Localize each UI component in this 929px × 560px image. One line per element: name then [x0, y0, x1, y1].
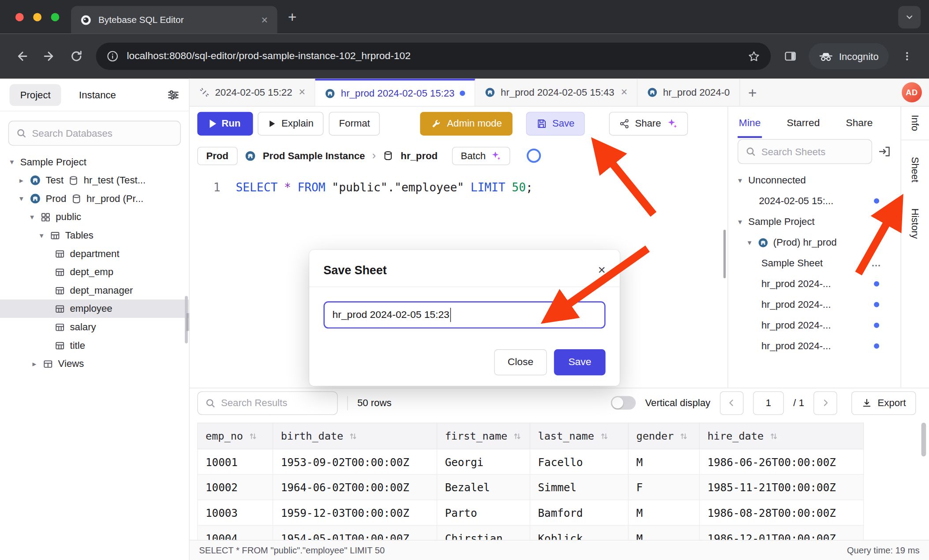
- cell[interactable]: Chirstian: [437, 525, 530, 540]
- sheet-search[interactable]: [738, 139, 872, 164]
- caret-down-icon[interactable]: ▾: [18, 194, 25, 203]
- sort-icon[interactable]: [600, 432, 608, 440]
- dialog-save-button[interactable]: Save: [554, 349, 606, 375]
- cell[interactable]: Georgi: [437, 449, 530, 474]
- caret-down-icon[interactable]: ▾: [736, 217, 743, 226]
- browser-tab[interactable]: Bytebase SQL Editor ×: [71, 6, 277, 34]
- minimize-window-button[interactable]: [33, 13, 41, 21]
- editor-tab-3[interactable]: hr_prod 2024-02-05 15:43 ×: [475, 79, 637, 106]
- results-search-input[interactable]: [221, 397, 330, 409]
- tab-starred[interactable]: Starred: [787, 117, 820, 129]
- tab-sheet[interactable]: Sheet: [910, 157, 921, 182]
- next-page-button[interactable]: [814, 391, 838, 415]
- address-bar[interactable]: localhost:8080/sql-editor/prod-sample-in…: [96, 43, 771, 70]
- caret-right-icon[interactable]: ▸: [18, 176, 25, 185]
- browser-menu-button[interactable]: [893, 43, 921, 70]
- sheet-item[interactable]: hr_prod 2024-...: [728, 273, 901, 294]
- close-tab-icon[interactable]: ×: [261, 13, 268, 26]
- column-header[interactable]: birth_date: [273, 423, 437, 449]
- sheet-item[interactable]: hr_prod 2024-...: [728, 315, 901, 336]
- batch-button[interactable]: Batch: [452, 146, 510, 165]
- sheet-item[interactable]: 2024-02-05 15:...: [728, 190, 901, 211]
- close-dialog-icon[interactable]: ×: [598, 262, 605, 278]
- tab-project[interactable]: Project: [9, 84, 61, 106]
- results-search[interactable]: [197, 391, 337, 415]
- cell[interactable]: M: [628, 449, 699, 474]
- column-header[interactable]: last_name: [530, 423, 628, 449]
- filter-settings-icon[interactable]: [167, 89, 180, 101]
- tree-item-table-department[interactable]: department: [0, 244, 189, 263]
- environment-chip[interactable]: Prod: [197, 146, 237, 165]
- sheet-name-input[interactable]: hr_prod 2024-02-05 15:23: [323, 301, 605, 329]
- cell[interactable]: 1959-12-03T00:00:00Z: [273, 500, 437, 526]
- cell[interactable]: 10002: [198, 474, 273, 500]
- close-tab-icon[interactable]: ×: [299, 86, 305, 99]
- sheet-group-project[interactable]: ▾ Sample Project: [728, 211, 901, 232]
- sheet-item[interactable]: hr_prod 2024-...: [728, 336, 901, 356]
- tab-instance[interactable]: Instance: [79, 89, 116, 101]
- new-sheet-tab-button[interactable]: +: [740, 79, 765, 106]
- more-actions-icon[interactable]: …: [871, 258, 882, 269]
- caret-down-icon[interactable]: ▾: [8, 157, 15, 166]
- new-tab-button[interactable]: +: [277, 0, 307, 34]
- panel-resize-grip[interactable]: [187, 313, 190, 331]
- database-name[interactable]: hr_prod: [401, 150, 438, 161]
- share-button[interactable]: Share: [609, 112, 688, 135]
- sheet-group-unconnected[interactable]: ▾ Unconnected: [728, 170, 901, 190]
- table-row[interactable]: 100011953-09-02T00:00:00ZGeorgiFacelloM1…: [198, 449, 864, 474]
- import-sheet-icon[interactable]: [878, 145, 891, 158]
- column-header[interactable]: gender: [628, 423, 699, 449]
- sheet-item[interactable]: hr_prod 2024-...: [728, 294, 901, 315]
- vertical-display-toggle[interactable]: [611, 396, 636, 410]
- side-panel-button[interactable]: [777, 43, 804, 70]
- sheet-group-database[interactable]: ▾ (Prod) hr_prod: [728, 232, 901, 253]
- instance-name[interactable]: Prod Sample Instance: [263, 150, 365, 161]
- cell[interactable]: 1986-06-26T00:00:00Z: [700, 449, 864, 474]
- explain-button[interactable]: Explain: [258, 112, 323, 135]
- cell[interactable]: M: [628, 525, 699, 540]
- cell[interactable]: 1986-12-01T00:00:00Z: [700, 525, 864, 540]
- sort-icon[interactable]: [680, 432, 688, 440]
- table-row[interactable]: 100031959-12-03T00:00:00ZPartoBamfordM19…: [198, 500, 864, 526]
- tree-item-test-instance[interactable]: ▸ Test hr_test (Test...: [0, 171, 189, 190]
- bookmark-star-icon[interactable]: [748, 50, 760, 62]
- close-tab-icon[interactable]: ×: [621, 86, 627, 99]
- tree-item-sample-project[interactable]: ▾ Sample Project: [0, 153, 189, 171]
- cell[interactable]: Koblick: [530, 525, 628, 540]
- cell[interactable]: Facello: [530, 449, 628, 474]
- tree-item-prod-instance[interactable]: ▾ Prod hr_prod (Pr...: [0, 190, 189, 208]
- tab-mine[interactable]: Mine: [739, 117, 761, 129]
- dialog-close-button[interactable]: Close: [494, 349, 547, 375]
- sort-icon[interactable]: [349, 432, 358, 440]
- column-header[interactable]: hire_date: [700, 423, 864, 449]
- cell[interactable]: 1985-11-21T00:00:00Z: [700, 474, 864, 500]
- table-row[interactable]: 100021964-06-02T00:00:00ZBezalelSimmelF1…: [198, 474, 864, 500]
- editor-tab-4[interactable]: hr_prod 2024-0: [637, 79, 740, 106]
- cell[interactable]: F: [628, 474, 699, 500]
- tab-share[interactable]: Share: [846, 117, 873, 129]
- forward-button[interactable]: [36, 43, 63, 70]
- cell[interactable]: 10003: [198, 500, 273, 526]
- reload-button[interactable]: [63, 43, 90, 70]
- cell[interactable]: 10001: [198, 449, 273, 474]
- cell[interactable]: Bezalel: [437, 474, 530, 500]
- tab-search-button[interactable]: [898, 6, 921, 28]
- column-header[interactable]: emp_no: [198, 423, 273, 449]
- editor-tab-2-active[interactable]: hr_prod 2024-02-05 15:23: [315, 79, 475, 106]
- results-scrollbar[interactable]: [922, 423, 926, 457]
- sort-icon[interactable]: [513, 432, 522, 440]
- cell[interactable]: M: [628, 500, 699, 526]
- cell[interactable]: Parto: [437, 500, 530, 526]
- cell[interactable]: 1964-06-02T00:00:00Z: [273, 474, 437, 500]
- format-button[interactable]: Format: [329, 112, 380, 135]
- database-search-input[interactable]: [32, 127, 173, 139]
- tree-item-table-dept-manager[interactable]: dept_manager: [0, 281, 189, 300]
- back-button[interactable]: [8, 43, 36, 70]
- database-search[interactable]: [8, 121, 181, 146]
- cell[interactable]: 10004: [198, 525, 273, 540]
- avatar[interactable]: AD: [902, 82, 922, 103]
- table-row[interactable]: 100041954-05-01T00:00:00ZChirstianKoblic…: [198, 525, 864, 540]
- tree-item-table-title[interactable]: title: [0, 336, 189, 355]
- site-info-icon[interactable]: [107, 50, 119, 62]
- sheet-item[interactable]: Sample Sheet …: [728, 253, 901, 273]
